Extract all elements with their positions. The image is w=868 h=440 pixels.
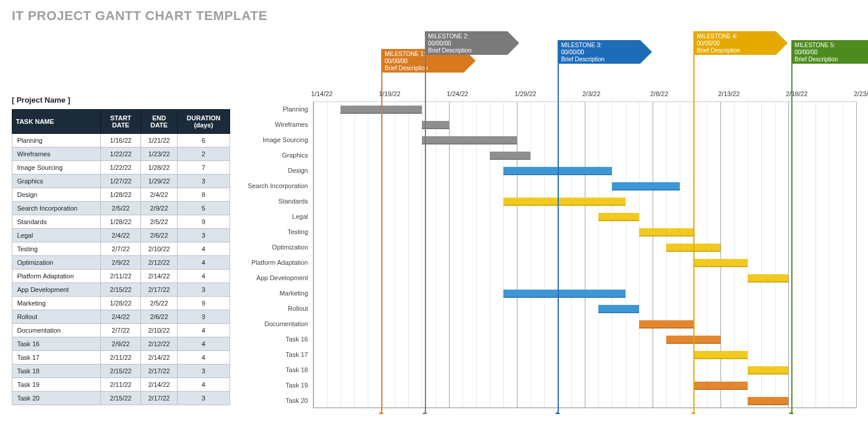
cell-duration: 6 — [177, 134, 230, 147]
cell-end: 2/12/22 — [141, 256, 178, 270]
cell-start: 2/4/22 — [101, 310, 141, 324]
cell-name: Task 19 — [12, 378, 101, 392]
cell-end: 2/6/22 — [141, 229, 178, 242]
axis-tick-label: 2/23/22 — [854, 90, 868, 97]
gridline-minor — [612, 102, 612, 408]
table-row: Rollout2/4/222/6/223 — [12, 310, 230, 324]
cell-duration: 4 — [177, 256, 230, 270]
cell-end: 2/14/22 — [141, 351, 178, 365]
gridline-minor — [422, 102, 422, 408]
cell-name: Task 17 — [12, 351, 101, 365]
cell-duration: 4 — [177, 351, 230, 365]
cell-start: 1/22/22 — [101, 147, 141, 161]
cell-start: 2/9/22 — [101, 256, 141, 270]
gantt-row-label: Task 16 — [242, 331, 313, 347]
cell-name: Standards — [12, 215, 101, 229]
gridline-major — [449, 102, 450, 408]
gantt-bar — [639, 320, 693, 329]
gridline-minor — [843, 102, 843, 408]
milestone-date: 00/00/00 — [385, 58, 460, 65]
gantt-bar — [490, 152, 530, 160]
cell-start: 2/7/22 — [101, 324, 141, 337]
cell-end: 2/10/22 — [141, 242, 178, 256]
cell-duration: 8 — [177, 188, 230, 202]
gridline-minor — [503, 102, 504, 408]
milestone-desc: Brief Description — [561, 56, 637, 63]
cell-end: 2/10/22 — [141, 324, 178, 337]
gantt-row-label: Graphics — [242, 147, 313, 163]
table-row: Task 202/15/222/17/223 — [12, 392, 230, 405]
cell-end: 1/28/22 — [141, 161, 178, 175]
project-name-label: [ Project Name ] — [12, 96, 242, 104]
gridline-major — [653, 102, 653, 408]
gantt-row-label: Task 20 — [242, 393, 313, 408]
cell-start: 2/4/22 — [101, 229, 141, 242]
gantt-row-label: Planning — [242, 101, 313, 117]
cell-name: Optimization — [12, 256, 101, 270]
table-row: Task 192/11/222/14/224 — [12, 378, 230, 392]
cell-end: 2/17/22 — [141, 283, 178, 297]
gantt-row-label: App Development — [242, 270, 313, 285]
table-row: Task 172/11/222/14/224 — [12, 351, 230, 365]
gridline-minor — [707, 102, 707, 408]
gridline-minor — [530, 102, 531, 408]
gantt-bar — [612, 182, 680, 191]
gridline-major — [720, 102, 721, 408]
gantt-row-label: Standards — [242, 193, 313, 209]
page-title: IT PROJECT GANTT CHART TEMPLATE — [12, 8, 856, 24]
table-row: Legal2/4/222/6/223 — [12, 229, 230, 242]
cell-name: Marketing — [12, 297, 101, 310]
gantt-row-labels: PlanningWireframesImage SourcingGraphics… — [242, 101, 313, 408]
cell-end: 2/5/22 — [141, 215, 178, 229]
gridline-minor — [761, 102, 762, 408]
table-row: Image Sourcing1/22/221/28/227 — [12, 161, 230, 175]
gridline-minor — [748, 102, 748, 408]
cell-start: 1/27/22 — [101, 175, 141, 188]
cell-name: Testing — [12, 242, 101, 256]
gridline-minor — [666, 102, 667, 408]
gantt-row-label: Testing — [242, 224, 313, 239]
gridline-major — [313, 102, 314, 408]
table-row: App Development2/15/222/17/223 — [12, 283, 230, 297]
cell-start: 2/11/22 — [101, 351, 141, 365]
gridline-minor — [544, 102, 545, 408]
gantt-row-label: Wireframes — [242, 117, 313, 132]
milestone-date: 00/00/00 — [795, 49, 868, 56]
th-task-name: TASK NAME — [12, 110, 101, 134]
gantt-bar — [503, 198, 625, 206]
milestone-line — [558, 40, 559, 414]
cell-end: 2/17/22 — [141, 392, 178, 405]
cell-end: 2/14/22 — [141, 270, 178, 283]
axis-tick-label: 2/3/22 — [582, 90, 601, 97]
cell-name: App Development — [12, 283, 101, 297]
table-row: Marketing1/28/222/5/229 — [12, 297, 230, 310]
milestone-line — [693, 31, 695, 414]
axis-tick-label: 2/13/22 — [718, 90, 740, 97]
gantt-bar — [598, 305, 639, 313]
gridline-minor — [639, 102, 640, 408]
gantt-row-label: Task 19 — [242, 377, 313, 393]
table-row: Design1/28/222/4/228 — [12, 188, 230, 202]
milestone-title: MILESTONE 5: — [795, 42, 868, 49]
cell-name: Platform Adaptation — [12, 270, 101, 283]
cell-start: 2/9/22 — [101, 337, 141, 351]
gridline-minor — [829, 102, 830, 408]
cell-duration: 7 — [177, 161, 230, 175]
cell-name: Design — [12, 188, 101, 202]
table-row: Graphics1/27/221/29/223 — [12, 175, 230, 188]
milestone-date: 00/00/00 — [428, 40, 504, 47]
gantt-bar — [503, 290, 625, 298]
milestone-title: MILESTONE 2: — [428, 33, 504, 40]
cell-duration: 4 — [177, 270, 230, 283]
gantt-bar — [748, 274, 788, 283]
gantt-bar — [639, 228, 693, 237]
cell-end: 2/12/22 — [141, 337, 178, 351]
gantt-row-label: Design — [242, 163, 313, 178]
gridline-minor — [368, 102, 368, 408]
gridline-minor — [327, 102, 327, 408]
cell-name: Task 18 — [12, 365, 101, 378]
gridline-minor — [680, 102, 680, 408]
table-row: Documentation2/7/222/10/224 — [12, 324, 230, 337]
gantt-row-label: Task 18 — [242, 362, 313, 377]
milestone-dot-icon — [691, 412, 696, 414]
